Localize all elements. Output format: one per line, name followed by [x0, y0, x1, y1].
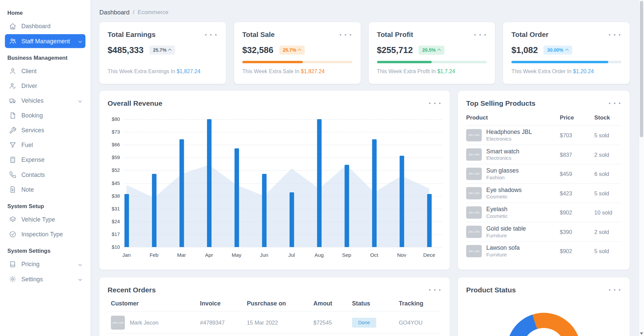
revenue-bar-sep[interactable]: [344, 165, 349, 247]
stat-footer-amount[interactable]: $1,827.24: [301, 68, 325, 74]
y-axis-label: $45: [108, 180, 120, 186]
booking-icon: [9, 112, 16, 119]
revenue-bar-nov[interactable]: [399, 156, 404, 247]
expense-icon: [9, 156, 16, 163]
x-axis-label: Jan: [122, 252, 131, 258]
product-row-gold-side-table: 200 x 200Gold side tableFurniture$3902 s…: [466, 222, 622, 242]
orders-column-amout: Amout: [313, 300, 352, 307]
orders-menu-button[interactable]: • • •: [426, 286, 442, 294]
sidebar-item-vehicles[interactable]: Vehicles: [5, 94, 86, 108]
y-axis-label: $66: [108, 142, 120, 148]
product-cell: 200 x 200EyelashCosmetic: [466, 206, 560, 219]
product-category: Furniture: [486, 233, 526, 238]
sidebar-item-label: Expense: [21, 157, 45, 163]
stat-value-row: $255,71220.5%: [377, 45, 487, 55]
orders-column-status: Status: [352, 300, 399, 307]
x-axis-label: Sep: [342, 252, 351, 258]
customer-name: Mark Jecon: [130, 320, 158, 326]
product-text: Smart watchElectronics: [486, 148, 520, 161]
product-price: $837: [560, 151, 594, 157]
product-text: Sun glassesFashion: [486, 167, 519, 180]
middle-row: Overall Revenue • • • JanFebMarAprMayJun…: [99, 91, 630, 270]
sidebar-section-header-system-setup: System Setup: [7, 203, 83, 209]
product-text: Headphones JBLElectronics: [486, 129, 532, 142]
sidebar-item-note[interactable]: Note: [5, 183, 86, 197]
revenue-bar-aug[interactable]: [317, 119, 321, 247]
stat-card-total-earnings: Total Earnings• • •$485,33325.7%This Wee…: [99, 22, 226, 84]
stat-card-menu-button[interactable]: • • •: [605, 31, 622, 39]
sidebar-item-settings[interactable]: Settings: [5, 272, 86, 286]
product-row-eye-shadows: 200 x 200Eye shadowsCosmetic$4235 sold: [466, 184, 622, 203]
sidebar-item-label: Inspection Type: [21, 231, 63, 238]
fuel-icon: [9, 141, 16, 149]
sidebar-item-driver[interactable]: Driver: [5, 79, 86, 93]
stat-card-menu-button[interactable]: • • •: [471, 31, 487, 39]
stat-card-total-order: Total Order• • •$1,08230.00%This Week Ex…: [503, 22, 630, 84]
card-header: Total Sale• • •: [242, 31, 352, 39]
sidebar-item-contacts[interactable]: Contacts: [5, 168, 86, 182]
sidebar-item-services[interactable]: Services: [5, 123, 86, 137]
breadcrumb-dashboard[interactable]: Dashboard: [99, 8, 129, 15]
stat-badge: 20.5%: [419, 46, 444, 55]
note-icon: [9, 186, 16, 193]
product-text: Eye shadowsCosmetic: [486, 187, 522, 200]
stat-footer-amount[interactable]: $1,20.24: [573, 68, 594, 74]
revenue-bar-mar[interactable]: [179, 139, 183, 247]
stat-footer-amount[interactable]: $1,827.24: [177, 68, 201, 74]
overall-revenue-title: Overall Revenue: [108, 99, 162, 107]
card-header: Overall Revenue • • •: [108, 99, 442, 108]
sidebar-item-fuel[interactable]: Fuel: [5, 138, 86, 152]
stat-value-row: $485,33325.7%: [108, 45, 218, 55]
products-menu-button[interactable]: • • •: [605, 99, 622, 108]
revenue-bar-feb[interactable]: [152, 174, 156, 247]
revenue-bar-dece[interactable]: [427, 194, 431, 247]
revenue-bar-may[interactable]: [234, 148, 239, 247]
product-thumbnail: 200 x 200: [466, 206, 482, 219]
y-axis-label: $24: [108, 219, 120, 224]
revenue-bar-jan[interactable]: [124, 194, 128, 247]
product-thumbnail: 200 x 200: [466, 129, 482, 141]
order-tracking: GO4YOU: [399, 320, 441, 326]
stat-footer: This Week Extra Sale In $1,827.24: [242, 68, 352, 74]
driver-icon: [9, 82, 16, 90]
order-customer-cell: 100 x 100Mark Jecon: [111, 316, 200, 330]
breadcrumb-ecommerce: Ecommerce: [138, 9, 168, 15]
sidebar-item-expense[interactable]: Expense: [5, 153, 86, 167]
sidebar-item-client[interactable]: Client: [5, 64, 86, 78]
revenue-bar-oct[interactable]: [372, 139, 376, 247]
scroll-down-arrow-icon[interactable]: [640, 333, 643, 335]
x-axis-label: Aug: [315, 252, 324, 258]
x-axis-label: Nov: [397, 252, 406, 258]
y-axis-label: $38: [108, 193, 120, 199]
vehicles-icon: [9, 97, 16, 104]
sidebar-item-pricing[interactable]: Pricing: [5, 257, 86, 272]
sidebar-item-booking[interactable]: Booking: [5, 108, 86, 123]
product-category: Electronics: [486, 155, 520, 161]
orders-column-invoice: Invoice: [200, 300, 247, 307]
revenue-bar-jun[interactable]: [262, 174, 266, 247]
stat-footer-text: This Week Extra Profit In: [377, 68, 437, 74]
revenue-menu-button[interactable]: • • •: [426, 99, 442, 108]
orders-table-body: 100 x 100Mark Jecon#478934715 Mar 2022$7…: [108, 312, 442, 336]
product-cell: 200 x 200Smart watchElectronics: [466, 148, 560, 161]
sidebar-item-staff-management[interactable]: Staff Management: [5, 34, 86, 48]
revenue-bar-jul[interactable]: [289, 192, 294, 247]
product-text: EyelashCosmetic: [486, 206, 508, 219]
product-status-title: Product Status: [466, 286, 516, 294]
product-stock: 6 sold: [594, 171, 622, 177]
stat-footer: This Week Extra Profit In $1,7.24: [377, 68, 487, 74]
stat-card-menu-button[interactable]: • • •: [202, 31, 218, 39]
sidebar-item-label: Note: [21, 186, 34, 193]
status-menu-button[interactable]: • • •: [605, 286, 622, 294]
stat-footer-amount[interactable]: $1,7.24: [437, 68, 455, 74]
card-header: Total Profit• • •: [377, 31, 487, 39]
sidebar-item-label: Driver: [21, 83, 37, 89]
sidebar-item-inspection-type[interactable]: Inspection Type: [5, 227, 86, 241]
chevron-up-icon: [437, 49, 441, 52]
sidebar-item-dashboard[interactable]: Dashboard: [5, 19, 86, 34]
card-header: Top Selling Products • • •: [466, 99, 622, 108]
scrollbar-thumb[interactable]: [640, 1, 643, 137]
stat-card-menu-button[interactable]: • • •: [336, 31, 352, 39]
sidebar-item-vehicle-type[interactable]: Vehicle Type: [5, 212, 86, 227]
revenue-bar-apr[interactable]: [207, 119, 211, 247]
